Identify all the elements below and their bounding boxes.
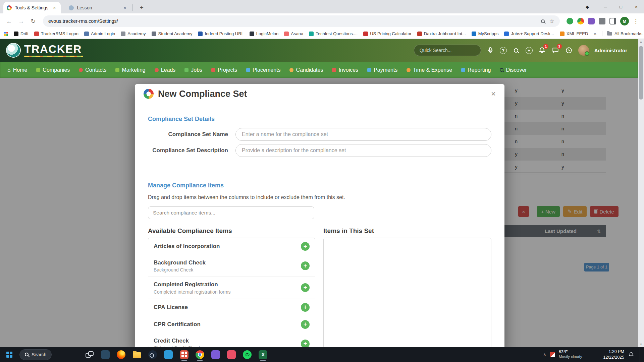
help-icon[interactable]: ? [500,47,507,54]
app-button-3[interactable] [178,348,190,362]
add-icon[interactable]: + [526,47,533,54]
bookmark-daxtra-jobboard[interactable]: Daxtra Jobboard Int... [417,31,466,36]
bookmark-jobs-support-desk[interactable]: Jobs+ Support Desk... [504,31,554,36]
nav-item-invoices[interactable]: Invoices [332,67,358,73]
tab-close-icon[interactable]: × [122,5,128,11]
add-item-button[interactable]: + [301,242,310,251]
scroll-down-icon[interactable]: ▼ [640,342,642,347]
nav-item-reporting[interactable]: Reporting [461,67,491,73]
advanced-search-icon[interactable] [512,46,520,54]
firefox-button[interactable] [115,348,127,362]
excel-button[interactable]: X [257,348,269,362]
bookmark-trackerrms-logon[interactable]: TrackerRMS Logon [34,31,78,36]
notifications-bell-icon[interactable]: 1 [538,46,546,54]
messages-icon[interactable]: 3 [551,46,559,54]
nav-item-candidates[interactable]: Candidates [289,67,323,73]
compliance-item-cpr-certification[interactable]: CPR Certification + [148,316,315,333]
dialog-close-icon[interactable]: × [491,90,496,98]
profile-avatar[interactable]: M [620,17,629,25]
extension-icon-1[interactable] [567,18,573,24]
chrome-button[interactable] [194,348,206,362]
tray-app-icon[interactable] [550,352,555,357]
nav-item-companies[interactable]: Companies [36,67,70,73]
clock-widget[interactable]: 1:20 PM 12/22/2025 [603,349,624,360]
apps-grid-icon[interactable] [4,32,8,36]
app-button-2[interactable] [163,348,174,362]
browser-tab-lesson[interactable]: Lesson × [65,2,131,13]
compliance-item-completed-registration[interactable]: Completed RegistrationCompleted internal… [148,277,315,298]
side-panel-icon[interactable] [609,18,616,24]
hidden-icons-chevron[interactable]: ∧ [543,352,546,357]
scroll-up-icon[interactable]: ▲ [640,39,642,44]
compliance-item-cpa-license[interactable]: CPA License + [148,299,315,316]
app-logo[interactable]: TRACKER [6,43,83,58]
close-button[interactable]: × [629,0,644,13]
bookmark-us-pricing-calculator[interactable]: US Pricing Calculator [363,31,412,36]
history-clock-icon[interactable] [565,46,573,54]
extension-icon-3[interactable] [588,18,595,24]
nav-item-leads[interactable]: Leads [155,67,176,73]
url-text[interactable]: evous.tracker-rms.com/Settings/ [48,18,541,24]
forward-button[interactable]: → [16,16,26,26]
bookmark-myscripps[interactable]: MyScripps [472,31,499,36]
nav-item-projects[interactable]: Projects [211,67,237,73]
add-item-button[interactable]: + [301,303,310,312]
bookmark-indeed-posting-url[interactable]: Indeed Posting URL [198,31,244,36]
steam-button[interactable] [147,348,158,362]
app-button-4[interactable] [210,348,221,362]
new-tab-button[interactable]: + [137,3,146,12]
bookmark-academy[interactable]: Academy [121,31,146,36]
compliance-item-articles-of-incorporation[interactable]: Articles of Incorporation + [148,238,315,255]
notification-bell-icon[interactable] [628,351,635,358]
bookmark-asana[interactable]: Asana [284,31,303,36]
compliance-set-name-input[interactable] [235,128,491,141]
bookmark-admin-login[interactable]: Admin Login [84,31,115,36]
bookmark-logicmelon[interactable]: LogicMelon [250,31,279,36]
scroll-thumb[interactable] [639,46,643,100]
nav-item-home[interactable]: ⌂Home [7,67,27,73]
compliance-set-description-input[interactable] [235,144,491,157]
nav-item-discover[interactable]: Discover [500,67,527,73]
items-search-input[interactable] [148,206,314,219]
user-avatar[interactable] [578,45,589,56]
file-explorer-button[interactable] [131,348,143,362]
start-button[interactable] [3,349,15,361]
address-bar[interactable]: evous.tracker-rms.com/Settings/ ☆ [43,15,560,27]
browser-menu-icon[interactable]: ⋮ [633,18,639,25]
browser-tab-tools-settings[interactable]: Tools & Settings × [3,2,61,13]
microphone-icon[interactable] [486,46,494,54]
add-item-button[interactable]: + [301,340,310,347]
all-bookmarks-button[interactable]: All Bookmarks [602,31,642,36]
bookmark-drift[interactable]: Drift [14,31,29,36]
extensions-puzzle-icon[interactable] [599,18,605,24]
compliance-item-credit-check[interactable]: Credit CheckObtained Credit Check + [148,333,315,347]
user-name[interactable]: Administrator [594,48,627,53]
minimize-button[interactable]: ─ [598,0,613,13]
reload-button[interactable]: ↻ [28,16,38,26]
app-button-1[interactable] [100,348,111,362]
weather-widget[interactable]: 63°F Mostly cloudy [559,350,582,359]
quick-search-input[interactable] [414,45,481,56]
show-desktop-button[interactable] [640,347,641,362]
bookmark-student-academy[interactable]: Student Academy [152,31,193,36]
tab-close-icon[interactable]: × [51,5,57,11]
page-scrollbar[interactable]: ▲ ▼ [638,39,644,347]
maximize-button[interactable]: □ [613,0,629,13]
bookmarks-overflow-icon[interactable]: » [594,31,596,37]
back-button[interactable]: ← [4,16,14,26]
task-view-button[interactable] [84,348,95,362]
add-item-button[interactable]: + [301,283,310,292]
spotify-button[interactable] [241,348,253,362]
pinned-extension-icon[interactable]: ◆ [586,4,589,9]
add-item-button[interactable]: + [301,320,310,329]
nav-item-time-expense[interactable]: Time & Expense [407,67,452,73]
zoom-icon[interactable] [541,19,545,23]
nav-item-jobs[interactable]: Jobs [184,67,202,73]
extension-icon-2[interactable] [577,18,584,24]
bookmark-xml-feed[interactable]: XML FEED [560,31,588,36]
nav-item-contacts[interactable]: Contacts [79,67,106,73]
app-button-5[interactable] [226,348,237,362]
add-item-button[interactable]: + [301,261,310,270]
bookmark-star-icon[interactable]: ☆ [549,18,554,25]
taskbar-search[interactable]: Search [19,349,52,360]
